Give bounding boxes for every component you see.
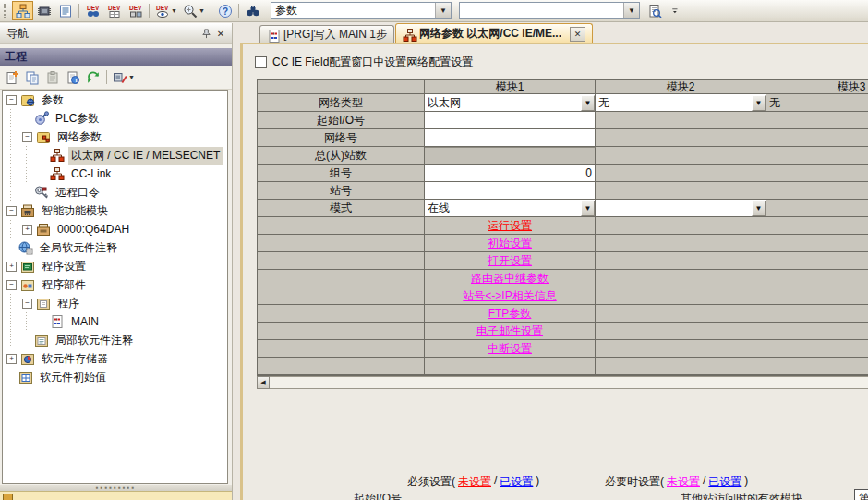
find-button[interactable] xyxy=(242,1,263,20)
window-select-combobox[interactable]: 参数 ▼ xyxy=(271,2,452,19)
tree-item[interactable]: 以太网 / CC IE / MELSECNET xyxy=(3,146,227,165)
corner-header-cell xyxy=(258,80,425,94)
document-zoom-button[interactable] xyxy=(644,1,665,20)
tree-expander[interactable]: − xyxy=(6,95,17,105)
task-list-button[interactable] xyxy=(54,1,76,20)
tree-expander[interactable]: + xyxy=(6,262,17,272)
tree-item[interactable]: +软元件存储器 xyxy=(3,349,227,368)
param-empty-cell xyxy=(766,217,868,235)
tree-item[interactable]: −智能功能模块 xyxy=(3,201,227,220)
param-setting-link[interactable]: 电子邮件设置 xyxy=(425,323,596,340)
close-icon[interactable]: ✕ xyxy=(213,27,228,41)
sort-module-button[interactable]: ▼ xyxy=(110,67,138,87)
param-input[interactable] xyxy=(425,112,596,129)
tree-item[interactable]: CC-Link xyxy=(3,165,227,183)
param-row-label: 网络类型 xyxy=(258,94,425,112)
tree-item[interactable]: −程序部件 xyxy=(3,275,227,294)
tree-item[interactable]: 全局软元件注释 xyxy=(3,238,227,257)
device-zoom-button[interactable]: ▼ xyxy=(180,1,208,20)
tree-item[interactable]: 局部软元件注释 xyxy=(3,331,227,349)
chevron-down-icon[interactable]: ▼ xyxy=(581,201,595,216)
device-batch-button[interactable]: DEV xyxy=(125,1,146,20)
param-combobox[interactable]: 无▼ xyxy=(596,94,766,112)
param-setting-link[interactable]: 初始设置 xyxy=(425,235,596,252)
chevron-down-icon[interactable]: ▼ xyxy=(435,3,451,18)
toolbar-separator xyxy=(238,4,239,18)
param-empty-cell xyxy=(596,112,766,129)
tree-expander[interactable]: − xyxy=(6,280,17,290)
param-empty-cell xyxy=(596,252,766,270)
ladder-icon xyxy=(267,29,280,42)
tab-prg-write-main[interactable]: [PRG]写入 MAIN 1步 xyxy=(259,25,394,43)
tree-item[interactable]: 软元件初始值 xyxy=(3,368,227,386)
module-configuration-button[interactable] xyxy=(33,1,54,20)
help-button[interactable]: ? xyxy=(214,1,235,20)
device-display-button[interactable]: DEV▼ xyxy=(152,1,180,20)
copy-button[interactable] xyxy=(22,67,42,87)
tree-item[interactable]: −参数 xyxy=(3,91,227,109)
toolbar-grip[interactable] xyxy=(4,4,8,18)
param-setting-link[interactable]: FTP参数 xyxy=(425,305,596,323)
device-select-combobox[interactable]: ▼ xyxy=(459,2,640,19)
device-comment-button[interactable]: DEV xyxy=(103,1,125,20)
tree-guide xyxy=(18,165,34,183)
param-row-label xyxy=(258,340,425,358)
tree-item[interactable]: −程序 xyxy=(3,294,227,312)
param-input[interactable]: 0 xyxy=(425,165,596,182)
param-setting-link[interactable]: 中断设置 xyxy=(425,340,596,358)
optional-set-link[interactable]: 已设置 xyxy=(708,474,741,490)
tree-expander[interactable]: + xyxy=(22,225,32,235)
tree-guide xyxy=(3,183,18,201)
close-icon[interactable]: ✕ xyxy=(570,27,585,42)
horizontal-scrollbar[interactable]: ◀ xyxy=(257,376,868,389)
tab-network-parameter[interactable]: 网络参数 以太网/CC IE/ME...✕ xyxy=(395,23,593,43)
new-item-button[interactable] xyxy=(2,67,22,87)
network-parameter-table: 模块1模块2模块3网络类型以太网▼无▼无起始I/O号网络号总(从)站数组号0站号… xyxy=(257,79,868,376)
toolbar-overflow-button[interactable] xyxy=(665,1,686,20)
param-row-label xyxy=(258,217,425,235)
param-setting-link[interactable]: 打开设置 xyxy=(425,252,596,270)
prog-setting-icon xyxy=(20,259,35,274)
svg-text:DEV: DEV xyxy=(129,4,142,10)
scroll-left-arrow-icon[interactable]: ◀ xyxy=(257,376,270,389)
tree-item[interactable]: +0000:Q64DAH xyxy=(3,220,227,238)
module-icon xyxy=(36,222,51,237)
collapsed-pane-strip[interactable] xyxy=(0,491,232,500)
tree-item[interactable]: +程序设置 xyxy=(3,257,227,275)
chevron-down-icon[interactable]: ▼ xyxy=(623,3,639,18)
tree-expander[interactable]: − xyxy=(22,132,32,142)
chevron-down-icon[interactable]: ▼ xyxy=(581,95,595,111)
clipped-module-combobox[interactable]: 第 xyxy=(854,489,868,500)
tree-expander[interactable]: − xyxy=(22,299,32,309)
device-find-button[interactable]: DEV xyxy=(82,1,103,20)
required-set-link[interactable]: 已设置 xyxy=(500,474,533,490)
tree-expander[interactable]: − xyxy=(6,206,17,216)
param-input[interactable] xyxy=(425,129,596,147)
param-setting-link[interactable]: 路由器中继参数 xyxy=(425,270,596,287)
tree-item[interactable]: PLC参数 xyxy=(3,109,227,128)
pin-icon[interactable] xyxy=(199,27,213,41)
scrollbar-track[interactable] xyxy=(270,376,868,389)
tree-item[interactable]: −网络参数 xyxy=(3,128,227,146)
ccief-config-checkbox[interactable] xyxy=(255,56,267,68)
refresh-button[interactable] xyxy=(83,67,103,87)
param-combobox[interactable]: ▼ xyxy=(596,200,766,217)
navigation-window-button[interactable] xyxy=(12,1,33,20)
optional-unset-link[interactable]: 未设置 xyxy=(667,474,700,490)
project-toolbar: i▼ xyxy=(0,66,232,90)
tree-item[interactable]: 远程口令 xyxy=(3,183,227,201)
param-empty-cell xyxy=(596,165,766,182)
tree-item[interactable]: MAIN xyxy=(3,312,227,331)
param-setting-link[interactable]: 站号<->IP相关信息 xyxy=(425,287,596,305)
paste-button[interactable] xyxy=(42,67,63,87)
param-input[interactable] xyxy=(425,182,596,200)
project-info-button[interactable]: i xyxy=(63,67,83,87)
param-setting-link[interactable]: 运行设置 xyxy=(425,217,596,235)
chevron-down-icon[interactable]: ▼ xyxy=(752,95,766,111)
param-combobox[interactable]: 在线▼ xyxy=(425,200,596,217)
param-combobox[interactable]: 以太网▼ xyxy=(425,94,596,112)
required-unset-link[interactable]: 未设置 xyxy=(458,474,491,490)
tree-expander[interactable]: + xyxy=(6,354,17,364)
dev-init-icon xyxy=(18,370,33,384)
chevron-down-icon[interactable]: ▼ xyxy=(752,201,766,216)
